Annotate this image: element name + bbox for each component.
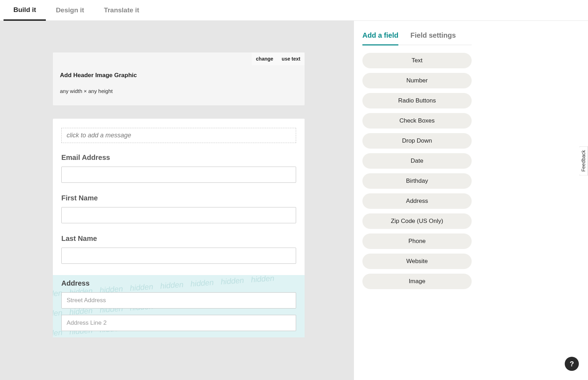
change-button[interactable]: change [252, 52, 277, 65]
field-type-zipcode[interactable]: Zip Code (US Only) [362, 213, 472, 229]
sidebar-tabs: Add a field Field settings [362, 28, 472, 45]
field-first-name[interactable]: First Name [61, 194, 296, 223]
last-name-input[interactable] [61, 248, 296, 264]
header-title: Add Header Image Graphic [60, 72, 298, 79]
field-label-first-name: First Name [61, 194, 296, 202]
field-type-list: Text Number Radio Buttons Check Boxes Dr… [362, 53, 472, 289]
top-tabs: Build it Design it Translate it [0, 0, 588, 21]
field-type-birthday[interactable]: Birthday [362, 173, 472, 189]
form-canvas: change use text Add Header Image Graphic… [0, 21, 354, 380]
feedback-tab[interactable]: Feedback [579, 146, 588, 175]
field-label-last-name: Last Name [61, 235, 296, 243]
field-type-image[interactable]: Image [362, 274, 472, 289]
field-label-email: Email Address [61, 154, 296, 162]
message-input[interactable]: click to add a message [61, 128, 296, 143]
main-area: change use text Add Header Image Graphic… [0, 21, 588, 380]
header-image-card[interactable]: change use text Add Header Image Graphic… [53, 52, 305, 105]
field-type-radio[interactable]: Radio Buttons [362, 93, 472, 108]
first-name-input[interactable] [61, 207, 296, 223]
field-type-address[interactable]: Address [362, 193, 472, 209]
field-type-website[interactable]: Website [362, 254, 472, 269]
sidebar: Add a field Field settings Text Number R… [354, 21, 472, 380]
address-line2-input[interactable] [61, 315, 296, 331]
header-actions: change use text [252, 52, 305, 65]
field-type-date[interactable]: Date [362, 153, 472, 169]
header-subtitle: any width × any height [60, 88, 298, 94]
field-type-checkboxes[interactable]: Check Boxes [362, 113, 472, 129]
field-label-address: Address [61, 279, 296, 287]
tab-field-settings[interactable]: Field settings [410, 28, 456, 45]
tab-translate[interactable]: Translate it [94, 0, 149, 21]
field-address-hidden[interactable]: hiddenhiddenhiddenhiddenhiddenhiddenhidd… [53, 275, 305, 337]
email-input[interactable] [61, 167, 296, 183]
field-type-number[interactable]: Number [362, 73, 472, 88]
tab-build[interactable]: Build it [4, 0, 46, 21]
tab-design[interactable]: Design it [46, 0, 94, 21]
field-email[interactable]: Email Address [61, 154, 296, 183]
use-text-button[interactable]: use text [277, 52, 305, 65]
help-button[interactable]: ? [565, 357, 579, 371]
field-type-text[interactable]: Text [362, 53, 472, 68]
field-last-name[interactable]: Last Name [61, 235, 296, 264]
help-icon: ? [570, 360, 574, 368]
street-address-input[interactable] [61, 292, 296, 309]
form-card: click to add a message Email Address Fir… [53, 119, 305, 337]
field-type-dropdown[interactable]: Drop Down [362, 133, 472, 149]
tab-add-field[interactable]: Add a field [362, 28, 398, 45]
field-type-phone[interactable]: Phone [362, 233, 472, 249]
